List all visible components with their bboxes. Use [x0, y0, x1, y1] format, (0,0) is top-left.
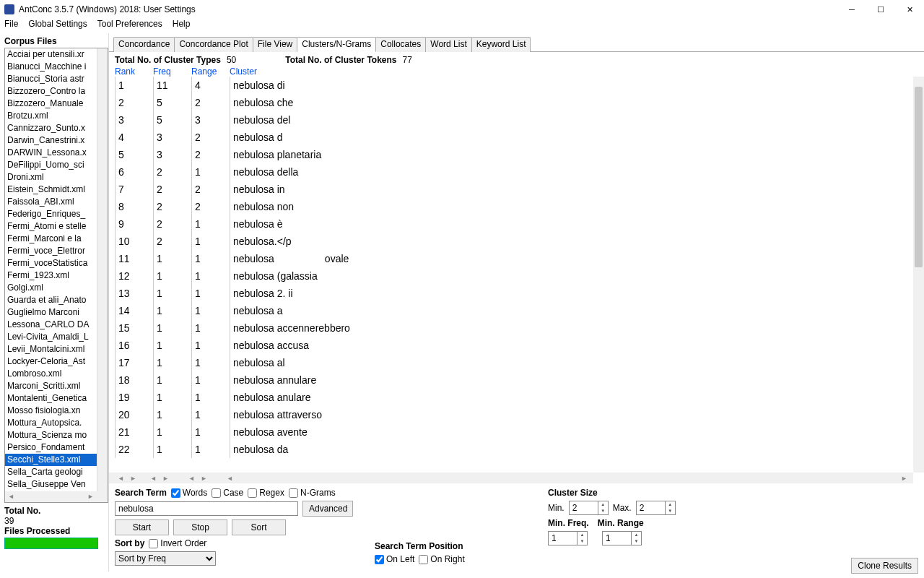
minimize-button[interactable]: ─: [837, 0, 866, 19]
result-row[interactable]: 1411nebulosa a: [115, 302, 907, 319]
result-row[interactable]: 921nebulosa è: [115, 215, 907, 233]
result-row[interactable]: 432nebulosa d: [115, 129, 907, 146]
corpus-file-item[interactable]: Bizzozero_Contro la: [5, 85, 108, 98]
corpus-files-list[interactable]: Acciai per utensili.xrBianucci_Macchine …: [4, 48, 108, 503]
min-freq-spinner[interactable]: ▲▼: [577, 531, 588, 545]
result-row[interactable]: 1811nebulosa annulare: [115, 371, 907, 389]
result-row[interactable]: 1211nebulosa (galassia: [115, 267, 907, 285]
result-row[interactable]: 1111nebulosa ovale: [115, 250, 907, 267]
corpus-file-item[interactable]: Montalenti_Genetica: [5, 392, 108, 405]
stop-button[interactable]: Stop: [173, 519, 227, 535]
result-row[interactable]: 1611nebulosa accusa: [115, 337, 907, 354]
case-checkbox[interactable]: [212, 488, 221, 498]
corpus-file-item[interactable]: Fermi_1923.xml: [5, 269, 108, 282]
invert-order-checkbox[interactable]: [149, 539, 158, 548]
corpus-file-item[interactable]: Fermi_voce_Elettror: [5, 245, 108, 257]
result-row[interactable]: 1311nebulosa 2. ii: [115, 285, 907, 302]
onleft-checkbox[interactable]: [375, 555, 384, 564]
corpus-file-item[interactable]: Lombroso.xml: [5, 368, 108, 380]
cluster-max-input[interactable]: [636, 501, 665, 515]
regex-checkbox[interactable]: [248, 488, 257, 498]
corpus-hscroll[interactable]: ◄►: [5, 491, 108, 502]
result-row[interactable]: 1511nebulosa accennerebbero: [115, 319, 907, 337]
menu-tool-preferences[interactable]: Tool Preferences: [97, 19, 162, 33]
result-row[interactable]: 1021nebulosa.</p: [115, 233, 907, 250]
result-row[interactable]: 1114nebulosa di: [115, 77, 907, 94]
search-input[interactable]: [115, 501, 298, 516]
result-row[interactable]: 822nebulosa non: [115, 198, 907, 215]
result-row[interactable]: 1911nebulosa anulare: [115, 389, 907, 406]
corpus-file-item[interactable]: Eistein_Schmidt.xml: [5, 184, 108, 196]
result-row[interactable]: 2211nebulosa da: [115, 441, 907, 458]
tab-collocates[interactable]: Collocates: [375, 37, 426, 52]
min-range-spinner[interactable]: ▲▼: [631, 531, 642, 545]
corpus-file-item[interactable]: Fermi_voceStatistica: [5, 257, 108, 269]
results-vscroll[interactable]: [913, 77, 924, 473]
corpus-file-item[interactable]: DeFilippi_Uomo_sci: [5, 159, 108, 171]
result-row[interactable]: 532nebulosa planetaria: [115, 146, 907, 163]
min-freq-input[interactable]: [548, 531, 577, 545]
corpus-file-item[interactable]: Bianucci_Storia astr: [5, 73, 108, 85]
cluster-max-spinner[interactable]: ▲▼: [665, 501, 676, 515]
corpus-file-item[interactable]: Federigo_Enriques_: [5, 208, 108, 220]
tab-concordance[interactable]: Concordance: [113, 37, 175, 52]
corpus-file-item[interactable]: Fermi_Marconi e la: [5, 233, 108, 245]
corpus-file-item[interactable]: Acciai per utensili.xr: [5, 48, 108, 61]
result-row[interactable]: 2011nebulosa attraverso: [115, 406, 907, 423]
menu-global-settings[interactable]: Global Settings: [28, 19, 87, 33]
maximize-button[interactable]: ☐: [866, 0, 895, 19]
result-row[interactable]: 722nebulosa in: [115, 181, 907, 198]
clone-results-button[interactable]: Clone Results: [851, 558, 918, 574]
corpus-file-item[interactable]: Sella_Carta geologi: [5, 466, 108, 478]
col-freq[interactable]: Freq: [153, 66, 191, 77]
tab-keyword-list[interactable]: Keyword List: [471, 37, 531, 52]
corpus-file-item[interactable]: Levi-Civita_Amaldi_L: [5, 331, 108, 343]
words-checkbox[interactable]: [171, 488, 180, 498]
result-row[interactable]: 252nebulosa che: [115, 94, 907, 111]
result-row[interactable]: 353nebulosa del: [115, 111, 907, 129]
corpus-file-item[interactable]: Secchi_Stelle3.xml: [5, 454, 108, 466]
corpus-file-item[interactable]: Brotzu.xml: [5, 110, 108, 122]
corpus-file-item[interactable]: Guarda et alii_Anato: [5, 294, 108, 306]
result-row[interactable]: 621nebulosa della: [115, 163, 907, 181]
corpus-file-item[interactable]: Levii_Montalcini.xml: [5, 343, 108, 355]
corpus-file-item[interactable]: Lessona_CARLO DA: [5, 319, 108, 331]
sortby-select[interactable]: Sort by Freq: [115, 551, 216, 566]
advanced-button[interactable]: Advanced: [302, 501, 353, 517]
corpus-file-item[interactable]: Bizzozero_Manuale: [5, 98, 108, 110]
results-hscroll[interactable]: ◄► ◄► ◄► ◄►: [109, 473, 913, 483]
tab-concordance-plot[interactable]: Concordance Plot: [174, 37, 253, 52]
tab-file-view[interactable]: File View: [253, 37, 297, 52]
tab-clusters-n-grams[interactable]: Clusters/N-Grams: [297, 37, 376, 52]
corpus-file-item[interactable]: Bianucci_Macchine i: [5, 61, 108, 73]
corpus-file-item[interactable]: Cannizzaro_Sunto.x: [5, 122, 108, 134]
corpus-file-item[interactable]: Faissola_ABI.xml: [5, 196, 108, 208]
tab-word-list[interactable]: Word List: [425, 37, 471, 52]
result-row[interactable]: 1711nebulosa al: [115, 354, 907, 371]
corpus-file-item[interactable]: Mosso fisiologia.xn: [5, 405, 108, 417]
corpus-vscroll[interactable]: [97, 48, 108, 491]
results-list[interactable]: 1114nebulosa di252nebulosa che353nebulos…: [109, 77, 913, 473]
corpus-file-item[interactable]: Mottura_Autopsica.: [5, 417, 108, 429]
menu-help[interactable]: Help: [173, 19, 191, 33]
start-button[interactable]: Start: [115, 519, 169, 535]
sort-button[interactable]: Sort: [232, 519, 286, 535]
menu-file[interactable]: File: [4, 19, 18, 33]
corpus-file-item[interactable]: Lockyer-Celoria_Ast: [5, 355, 108, 368]
corpus-file-item[interactable]: Sella_Giuseppe Ven: [5, 478, 108, 491]
cluster-min-input[interactable]: [569, 501, 598, 515]
corpus-file-item[interactable]: Persico_Fondament: [5, 441, 108, 454]
result-row[interactable]: 2111nebulosa avente: [115, 423, 907, 441]
corpus-file-item[interactable]: Marconi_Scritti.xml: [5, 380, 108, 392]
ngrams-checkbox[interactable]: [289, 488, 298, 498]
onright-checkbox[interactable]: [419, 555, 428, 564]
corpus-file-item[interactable]: Golgi.xml: [5, 282, 108, 294]
cluster-min-spinner[interactable]: ▲▼: [598, 501, 609, 515]
corpus-file-item[interactable]: Mottura_Scienza mo: [5, 429, 108, 441]
corpus-file-item[interactable]: Droni.xml: [5, 171, 108, 184]
col-rank[interactable]: Rank: [115, 66, 153, 77]
min-range-input[interactable]: [602, 531, 631, 545]
corpus-file-item[interactable]: Guglielmo Marconi: [5, 306, 108, 319]
corpus-file-item[interactable]: Darwin_Canestrini.x: [5, 134, 108, 147]
corpus-file-item[interactable]: DARWIN_Lessona.x: [5, 147, 108, 159]
